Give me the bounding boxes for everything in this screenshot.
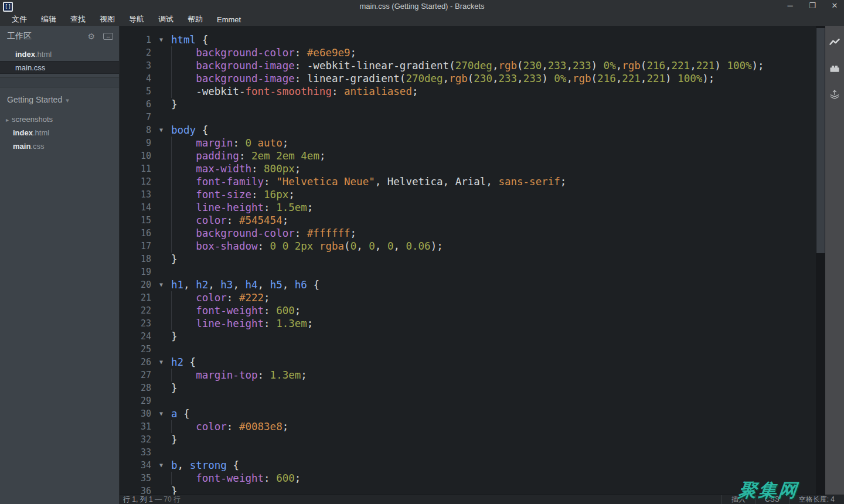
code-line-10[interactable]: 10 padding: 2em 2em 4em;: [120, 149, 816, 162]
code-text: h2 {: [171, 356, 816, 369]
code-line-18[interactable]: 18}: [120, 253, 816, 265]
fold-arrow-icon[interactable]: ▼: [151, 407, 171, 420]
menu-item-帮助[interactable]: 帮助: [181, 13, 210, 26]
close-icon[interactable]: ✕: [830, 1, 839, 10]
editor-scrollbar[interactable]: [816, 26, 825, 495]
code-text: }: [171, 98, 816, 111]
code-text: [171, 343, 816, 356]
code-line-17[interactable]: 17 box-shadow: 0 0 2px rgba(0, 0, 0, 0.0…: [120, 240, 816, 253]
code-editor[interactable]: 1▼html {2 background-color: #e6e9e9;3 ba…: [120, 26, 816, 495]
line-number: 1: [120, 33, 151, 46]
code-line-27[interactable]: 27 margin-top: 1.3em;: [120, 369, 816, 382]
fold-gutter: [151, 382, 171, 394]
menu-item-Emmet[interactable]: Emmet: [210, 14, 248, 25]
project-dropdown[interactable]: Getting Started▾: [0, 88, 119, 107]
fold-gutter: [151, 304, 171, 317]
minimize-icon[interactable]: ─: [785, 1, 795, 10]
code-line-9[interactable]: 9 margin: 0 auto;: [120, 137, 816, 149]
code-line-33[interactable]: 33: [120, 446, 816, 459]
code-text: }: [171, 330, 816, 343]
line-number: 31: [120, 420, 151, 433]
code-line-25[interactable]: 25: [120, 343, 816, 356]
working-file-index.html[interactable]: index.html: [0, 48, 119, 61]
line-number: 10: [120, 149, 151, 162]
fold-gutter: [151, 175, 171, 188]
line-number: 9: [120, 137, 151, 149]
code-line-35[interactable]: 35 font-weight: 600;: [120, 472, 816, 485]
code-line-5[interactable]: 5 -webkit-font-smoothing: antialiased;: [120, 85, 816, 98]
code-text: -webkit-font-smoothing: antialiased;: [171, 85, 816, 98]
code-line-36[interactable]: 36}: [120, 485, 816, 495]
code-text: font-weight: 600;: [171, 472, 816, 485]
code-line-26[interactable]: 26▼h2 {: [120, 356, 816, 369]
scrollbar-thumb[interactable]: [816, 28, 825, 253]
line-number: 29: [120, 394, 151, 407]
code-line-14[interactable]: 14 line-height: 1.5em;: [120, 201, 816, 214]
gear-icon[interactable]: ⚙: [87, 32, 95, 41]
fold-arrow-icon[interactable]: ▼: [151, 33, 171, 46]
code-line-19[interactable]: 19: [120, 265, 816, 278]
code-line-21[interactable]: 21 color: #222;: [120, 291, 816, 304]
code-line-20[interactable]: 20▼h1, h2, h3, h4, h5, h6 {: [120, 278, 816, 291]
code-line-7[interactable]: 7: [120, 111, 816, 124]
menu-item-视图[interactable]: 视图: [93, 13, 122, 26]
code-line-4[interactable]: 4 background-image: linear-gradient(270d…: [120, 72, 816, 85]
code-text: html {: [171, 33, 816, 46]
project-name: Getting Started: [7, 95, 62, 104]
code-line-30[interactable]: 30▼a {: [120, 407, 816, 420]
window-title: main.css (Getting Started) - Brackets: [0, 2, 844, 11]
working-set-header: 工作区 ⚙ ↔: [0, 26, 119, 43]
menu-item-导航[interactable]: 导航: [122, 13, 151, 26]
code-text: max-width: 800px;: [171, 162, 816, 175]
code-line-13[interactable]: 13 font-size: 16px;: [120, 188, 816, 201]
code-text: font-family: "Helvetica Neue", Helvetica…: [171, 175, 816, 188]
code-line-22[interactable]: 22 font-weight: 600;: [120, 304, 816, 317]
menu-item-编辑[interactable]: 编辑: [34, 13, 63, 26]
fold-arrow-icon[interactable]: ▼: [151, 124, 171, 137]
fold-gutter: [151, 253, 171, 265]
tree-item-index.html[interactable]: index.html: [0, 126, 119, 139]
fold-arrow-icon[interactable]: ▼: [151, 459, 171, 472]
total-lines: — 70 行: [155, 495, 181, 503]
code-line-31[interactable]: 31 color: #0083e8;: [120, 420, 816, 433]
code-line-6[interactable]: 6}: [120, 98, 816, 111]
code-text: a {: [171, 407, 816, 420]
code-line-3[interactable]: 3 background-image: -webkit-linear-gradi…: [120, 59, 816, 72]
code-line-32[interactable]: 32}: [120, 433, 816, 446]
code-line-11[interactable]: 11 max-width: 800px;: [120, 162, 816, 175]
code-line-1[interactable]: 1▼html {: [120, 33, 816, 46]
tree-item-main.css[interactable]: main.css: [0, 139, 119, 153]
fold-arrow-icon[interactable]: ▼: [151, 356, 171, 369]
code-line-2[interactable]: 2 background-color: #e6e9e9;: [120, 46, 816, 59]
code-line-15[interactable]: 15 color: #545454;: [120, 214, 816, 227]
line-number: 21: [120, 291, 151, 304]
code-line-23[interactable]: 23 line-height: 1.3em;: [120, 317, 816, 330]
code-text: background-color: #ffffff;: [171, 227, 816, 240]
emmet-layers-icon[interactable]: [828, 88, 841, 101]
code-text: h1, h2, h3, h4, h5, h6 {: [171, 278, 816, 291]
split-view-icon[interactable]: ↔: [103, 33, 113, 40]
cursor-position[interactable]: 行 1, 列 1: [123, 495, 153, 503]
code-line-12[interactable]: 12 font-family: "Helvetica Neue", Helvet…: [120, 175, 816, 188]
code-line-28[interactable]: 28}: [120, 382, 816, 394]
code-text: body {: [171, 124, 816, 137]
tree-item-screenshots[interactable]: ▸screenshots: [0, 113, 119, 126]
code-line-34[interactable]: 34▼b, strong {: [120, 459, 816, 472]
fold-arrow-icon[interactable]: ▼: [151, 278, 171, 291]
line-number: 19: [120, 265, 151, 278]
code-line-24[interactable]: 24}: [120, 330, 816, 343]
code-line-8[interactable]: 8▼body {: [120, 124, 816, 137]
live-preview-icon[interactable]: [828, 36, 841, 49]
menu-item-文件[interactable]: 文件: [5, 13, 34, 26]
code-line-16[interactable]: 16 background-color: #ffffff;: [120, 227, 816, 240]
menu-item-查找[interactable]: 查找: [63, 13, 93, 26]
extension-manager-icon[interactable]: [828, 62, 841, 75]
code-line-29[interactable]: 29: [120, 394, 816, 407]
working-file-main.css[interactable]: main.css: [0, 61, 119, 74]
line-number: 7: [120, 111, 151, 124]
menu-item-调试[interactable]: 调试: [151, 13, 181, 26]
restore-icon[interactable]: ❐: [808, 1, 817, 10]
fold-gutter: [151, 472, 171, 485]
fold-gutter: [151, 46, 171, 59]
line-number: 23: [120, 317, 151, 330]
